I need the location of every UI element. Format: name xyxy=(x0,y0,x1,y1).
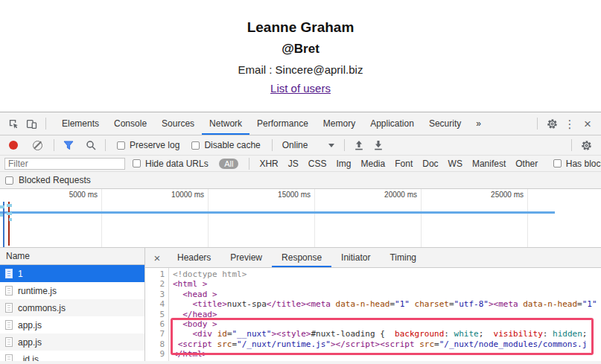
code-token: charset xyxy=(415,299,449,309)
divider xyxy=(105,139,106,151)
request-row-appjs[interactable]: app.js xyxy=(0,316,144,333)
code-token: ><meta xyxy=(489,299,523,309)
code-token: "/_nuxt/runtime.js" xyxy=(237,339,331,349)
code-token: "/_nuxt/node_modules/commons.j xyxy=(439,339,588,349)
filter-type-all[interactable]: All xyxy=(219,159,238,169)
tab-more[interactable]: » xyxy=(468,112,489,135)
disable-cache-toggle[interactable]: Disable cache xyxy=(191,140,260,150)
code-token xyxy=(173,339,178,349)
settings-gear-icon[interactable] xyxy=(543,115,561,132)
preserve-log-label: Preserve log xyxy=(130,140,179,150)
request-detail-panel: × HeadersPreviewResponseInitiatorTiming … xyxy=(145,248,601,361)
code-token xyxy=(173,329,193,339)
detail-tab-response[interactable]: Response xyxy=(272,248,331,267)
tab-network[interactable]: Network xyxy=(202,112,249,135)
search-icon[interactable] xyxy=(82,136,100,154)
preserve-log-toggle[interactable]: Preserve log xyxy=(117,140,179,150)
code-line-9: </html> xyxy=(173,349,601,359)
code-token: : xyxy=(444,329,454,339)
has-blocked-cookies-label: Has blocked cookies xyxy=(566,159,601,169)
code-token: ; xyxy=(582,329,588,339)
requests-name-column-header[interactable]: Name xyxy=(0,248,144,265)
request-row-idjs[interactable]: _id.js xyxy=(0,351,144,361)
code-token: ></script><script xyxy=(331,339,419,349)
code-token: <head > xyxy=(182,290,217,299)
request-row-appjs[interactable]: app.js xyxy=(0,333,144,351)
disable-cache-checkbox[interactable] xyxy=(191,141,200,150)
code-token: nuxt-spa xyxy=(227,299,267,309)
document-icon xyxy=(5,337,13,347)
code-token xyxy=(173,319,182,329)
line-number: 1 xyxy=(145,269,165,279)
has-blocked-cookies-toggle[interactable]: Has blocked cookies xyxy=(553,159,601,169)
detail-tab-timing[interactable]: Timing xyxy=(380,248,426,267)
filter-type-manifest[interactable]: Manifest xyxy=(472,159,506,169)
code-token: </title><meta xyxy=(267,299,336,309)
hide-data-urls-toggle[interactable]: Hide data URLs xyxy=(133,159,209,169)
throttling-dropdown[interactable]: Online xyxy=(282,140,335,150)
preserve-log-checkbox[interactable] xyxy=(117,141,125,150)
code-token: "__nuxt" xyxy=(232,329,272,339)
device-toolbar-icon[interactable] xyxy=(22,115,40,132)
export-har-icon[interactable] xyxy=(369,136,387,154)
tab-performance[interactable]: Performance xyxy=(249,112,316,135)
request-row-runtimejs[interactable]: runtime.js xyxy=(0,282,144,299)
code-token: = xyxy=(577,299,582,309)
response-code-viewer[interactable]: 123456789 <!doctype html><html > <head >… xyxy=(145,268,601,361)
code-token: id xyxy=(217,329,227,339)
clear-network-log-icon[interactable] xyxy=(33,141,42,150)
tab-console[interactable]: Console xyxy=(106,112,154,135)
waterfall-chip xyxy=(0,205,4,208)
request-row-1[interactable]: 1 xyxy=(0,265,144,282)
close-devtools-icon[interactable]: × xyxy=(579,115,597,132)
blocked-requests-checkbox[interactable] xyxy=(5,176,13,185)
inspect-element-icon[interactable] xyxy=(4,115,22,132)
code-token: <body > xyxy=(182,319,217,329)
code-token xyxy=(173,299,193,309)
import-har-icon[interactable] xyxy=(350,136,368,154)
timeline-gridline xyxy=(421,189,422,247)
filter-type-media[interactable]: Media xyxy=(361,159,386,169)
filter-type-css[interactable]: CSS xyxy=(308,159,327,169)
detail-tab-headers[interactable]: Headers xyxy=(168,248,220,267)
request-row-commonsjs[interactable]: commons.js xyxy=(0,299,144,316)
divider xyxy=(571,139,572,151)
tab-elements[interactable]: Elements xyxy=(54,112,106,135)
timeline-tick-label: 20000 ms xyxy=(384,191,421,199)
filter-funnel-icon[interactable] xyxy=(60,136,77,154)
tab-sources[interactable]: Sources xyxy=(154,112,202,135)
filter-type-doc[interactable]: Doc xyxy=(422,159,438,169)
filter-type-ws[interactable]: WS xyxy=(448,159,462,169)
network-overview-timeline[interactable]: 5000 ms10000 ms15000 ms20000 ms25000 ms xyxy=(0,189,601,248)
load-event-marker xyxy=(8,202,10,246)
list-of-users-link[interactable]: List of users xyxy=(270,82,331,95)
record-network-log-button[interactable] xyxy=(9,141,18,150)
tab-security[interactable]: Security xyxy=(422,112,468,135)
tab-memory[interactable]: Memory xyxy=(316,112,363,135)
filter-type-img[interactable]: Img xyxy=(337,159,352,169)
filter-input[interactable] xyxy=(4,158,125,170)
network-main-split: Name 1runtime.jscommons.jsapp.jsapp.js_i… xyxy=(0,248,601,361)
hide-data-urls-checkbox[interactable] xyxy=(133,159,141,167)
close-detail-icon[interactable]: × xyxy=(147,252,168,264)
more-options-icon[interactable]: ⋮ xyxy=(561,115,579,132)
network-settings-gear-icon[interactable] xyxy=(577,136,595,154)
divider xyxy=(272,139,273,151)
filter-type-font[interactable]: Font xyxy=(395,159,413,169)
code-token: </html> xyxy=(173,349,207,359)
filter-type-xhr[interactable]: XHR xyxy=(259,159,278,169)
filter-type-js[interactable]: JS xyxy=(288,159,299,169)
detail-tab-preview[interactable]: Preview xyxy=(220,248,272,267)
request-name: 1 xyxy=(18,269,23,279)
request-name: runtime.js xyxy=(18,286,57,296)
tab-application[interactable]: Application xyxy=(363,112,422,135)
has-blocked-cookies-checkbox[interactable] xyxy=(553,159,562,167)
code-token: = xyxy=(449,299,454,309)
code-token xyxy=(173,310,182,319)
requests-panel: Name 1runtime.jscommons.jsapp.jsapp.js_i… xyxy=(0,248,145,361)
filter-type-other[interactable]: Other xyxy=(515,159,538,169)
code-line-1: <!doctype html> xyxy=(173,269,601,279)
detail-tab-initiator[interactable]: Initiator xyxy=(331,248,380,267)
hide-data-urls-label: Hide data URLs xyxy=(145,159,209,169)
code-token: visibility xyxy=(494,329,543,339)
